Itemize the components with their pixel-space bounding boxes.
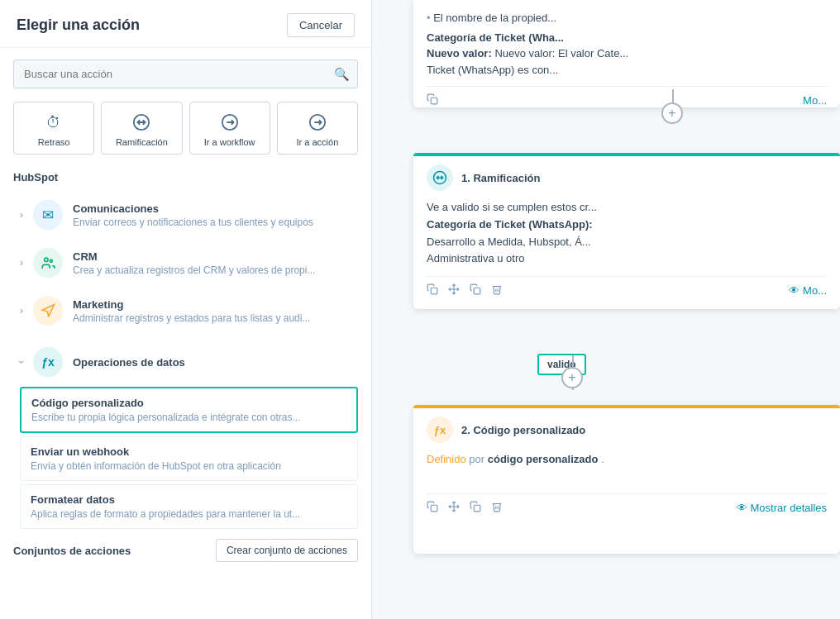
quick-btn-ir-accion[interactable]: Ir a acción <box>277 102 358 155</box>
category-operaciones[interactable]: › ƒx Operaciones de datos <box>13 339 358 385</box>
codigo-number: 2. <box>461 424 470 436</box>
formatear-datos-name: Formatear datos <box>31 493 347 506</box>
codigo-personalizado-ref: código personalizado <box>488 453 599 465</box>
panel-title: Elegir una acción <box>17 17 140 34</box>
ramif-line2: Categoría de Ticket (WhatsApp): <box>427 218 593 231</box>
crm-icon <box>33 248 63 278</box>
quick-btn-ir-workflow[interactable]: Ir a workflow <box>189 102 270 155</box>
svg-rect-10 <box>474 505 480 512</box>
ramif-top-border <box>413 153 840 156</box>
codigo-title-text: Código personalizado <box>473 424 585 436</box>
search-container: 🔍 <box>13 60 358 88</box>
ramif-line3: Desarrollo a Medida, Hubspot, Á... <box>427 234 827 251</box>
chevron-marketing: › <box>20 305 23 317</box>
enviar-webhook-desc: Envía y obtén información de HubSpot en … <box>31 460 347 472</box>
quick-btn-ramificacion[interactable]: Ramificación <box>101 102 182 155</box>
hubspot-section-header: HubSpot <box>13 171 358 183</box>
ir-workflow-icon <box>218 111 241 134</box>
ramif-icon <box>427 164 453 191</box>
codigo-body: Definido por código personalizado . <box>427 451 827 469</box>
comunicaciones-text: Comunicaciones Enviar correos y notifica… <box>73 202 351 228</box>
quick-btn-retraso[interactable]: ⏱ Retraso <box>13 102 94 155</box>
ir-accion-icon <box>306 111 329 134</box>
operaciones-text: Operaciones de datos <box>73 356 351 369</box>
connector-plus-2[interactable]: + <box>561 367 583 388</box>
svg-rect-7 <box>431 288 437 294</box>
crm-text: CRM Crea y actualiza registros del CRM y… <box>73 250 351 276</box>
svg-rect-8 <box>474 288 480 294</box>
codigo-icon: ƒx <box>427 417 453 443</box>
cancel-button[interactable]: Cancelar <box>287 13 355 37</box>
connector-plus-1[interactable]: + <box>661 102 683 124</box>
enviar-webhook-name: Enviar un webhook <box>31 445 347 458</box>
panel-body: 🔍 ⏱ Retraso Ramificación <box>0 48 371 619</box>
retraso-icon: ⏱ <box>42 111 65 134</box>
codigo-definido: Definido <box>427 453 466 465</box>
ramif-move-icon[interactable] <box>448 283 460 298</box>
svg-rect-5 <box>431 98 437 104</box>
subitem-formatear-datos[interactable]: Formatear datos Aplica reglas de formato… <box>20 484 358 529</box>
ramif-header: 1. Ramificación <box>427 164 827 191</box>
quick-btn-retraso-label: Retraso <box>38 137 70 147</box>
codigo-duplicate-icon[interactable] <box>470 501 481 515</box>
left-panel: Elegir una acción Cancelar 🔍 ⏱ Retraso <box>0 0 372 619</box>
ramif-duplicate-icon[interactable] <box>470 283 481 298</box>
canvas-area: • El nombre de la propied... Categoría d… <box>372 0 840 619</box>
search-icon: 🔍 <box>334 67 350 82</box>
marketing-icon <box>33 296 63 326</box>
ramif-number: 1. <box>461 172 470 184</box>
quick-btn-ir-accion-label: Ir a acción <box>297 137 339 147</box>
quick-btn-ramificacion-label: Ramificación <box>116 137 168 147</box>
codigo-copy-icon[interactable] <box>427 501 438 515</box>
comunicaciones-icon: ✉ <box>33 200 63 230</box>
subitem-enviar-webhook[interactable]: Enviar un webhook Envía y obtén informac… <box>20 436 358 481</box>
category-comunicaciones[interactable]: › ✉ Comunicaciones Enviar correos y noti… <box>13 192 358 238</box>
top-card-valor: Nuevo valor: El valor Cate... <box>494 47 628 60</box>
operaciones-subitems: Código personalizado Escribe tu propia l… <box>13 387 358 529</box>
panel-header: Elegir una acción Cancelar <box>0 0 371 48</box>
comunicaciones-name: Comunicaciones <box>73 202 351 215</box>
ramif-copy-icon[interactable] <box>427 283 438 298</box>
codigo-more-link[interactable]: 👁 Mostrar detalles <box>737 502 827 514</box>
chevron-operaciones: › <box>16 360 27 364</box>
conjuntos-row: Conjuntos de acciones Crear conjunto de … <box>13 536 358 565</box>
codigo-personalizado-desc: Escribe tu propia lógica personalizada e… <box>31 412 346 423</box>
ramif-more-link[interactable]: 👁 Mo... <box>789 284 827 297</box>
operaciones-icon: ƒx <box>33 347 63 377</box>
svg-rect-9 <box>431 505 437 512</box>
ramif-number-title: 1. Ramificación <box>461 172 540 184</box>
subitem-codigo-personalizado[interactable]: Código personalizado Escribe tu propia l… <box>20 387 358 433</box>
category-marketing[interactable]: › Marketing Administrar registros y esta… <box>13 288 358 334</box>
node-top-card: • El nombre de la propied... Categoría d… <box>413 0 840 107</box>
quick-btn-ir-workflow-label: Ir a workflow <box>204 137 255 147</box>
ramif-delete-icon[interactable] <box>491 283 503 298</box>
crm-desc: Crea y actualiza registros del CRM y val… <box>73 264 351 276</box>
comunicaciones-desc: Enviar correos y notificaciones a tus cl… <box>73 217 351 228</box>
eye-icon: 👁 <box>789 284 799 297</box>
conjuntos-header: Conjuntos de acciones <box>13 545 131 557</box>
codigo-move-icon[interactable] <box>448 501 460 515</box>
ramificacion-icon <box>130 111 153 134</box>
chevron-comunicaciones: › <box>20 209 23 221</box>
operaciones-name: Operaciones de datos <box>73 356 351 369</box>
marketing-desc: Administrar registros y estados para tus… <box>73 312 351 324</box>
codigo-actions: 👁 Mostrar detalles <box>427 493 827 515</box>
codigo-header: ƒx 2. Código personalizado <box>427 417 827 443</box>
node-top-text: • El nombre de la propied... Categoría d… <box>427 10 827 78</box>
top-card-more-link[interactable]: Mo... <box>803 94 827 107</box>
ramif-body: Ve a valido si se cumplen estos cr... Ca… <box>427 199 827 268</box>
ramif-line4: Administrativa u otro <box>427 250 827 268</box>
category-crm[interactable]: › CRM Crea y actualiza registros del CRM… <box>13 240 358 286</box>
top-card-line1: El nombre de la propied... <box>433 12 556 24</box>
node-ramif-card: 1. Ramificación Ve a valido si se cumple… <box>413 153 840 309</box>
ramif-title-text: Ramificación <box>473 172 540 184</box>
svg-point-3 <box>45 258 49 262</box>
codigo-por: por <box>469 453 487 465</box>
top-card-copy-icon[interactable] <box>427 93 438 107</box>
codigo-personalizado-name: Código personalizado <box>31 397 346 409</box>
create-set-button[interactable]: Crear conjunto de acciones <box>216 539 358 562</box>
codigo-delete-icon[interactable] <box>491 501 503 515</box>
formatear-datos-desc: Aplica reglas de formato a propiedades p… <box>31 508 347 520</box>
search-input[interactable] <box>13 60 358 88</box>
ramif-line1: Ve a valido si se cumplen estos cr... <box>427 199 827 217</box>
